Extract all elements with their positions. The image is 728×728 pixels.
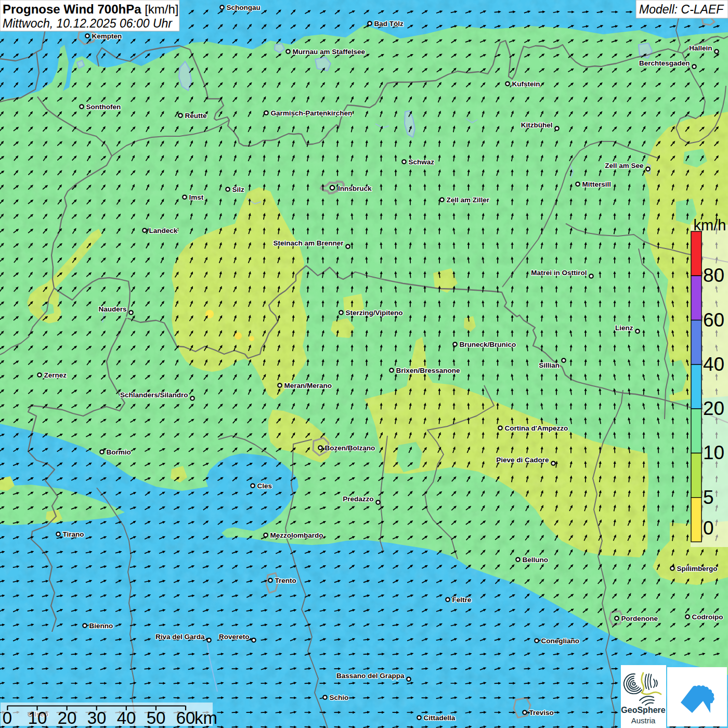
- svg-text:80: 80: [703, 265, 724, 286]
- svg-text:Mittersill: Mittersill: [582, 180, 612, 188]
- svg-text:Pieve di Cadore: Pieve di Cadore: [496, 456, 549, 464]
- svg-text:Landeck: Landeck: [149, 227, 178, 235]
- svg-text:Lienz: Lienz: [615, 324, 633, 332]
- svg-text:Silz: Silz: [232, 186, 245, 193]
- svg-text:Innsbruck: Innsbruck: [338, 185, 372, 192]
- svg-text:Imst: Imst: [189, 193, 204, 201]
- svg-text:Schio: Schio: [330, 694, 349, 701]
- svg-text:20: 20: [58, 708, 77, 727]
- svg-text:Austria: Austria: [631, 716, 656, 725]
- svg-text:Zell am Ziller: Zell am Ziller: [447, 196, 490, 204]
- svg-text:GeoSphere: GeoSphere: [621, 706, 665, 714]
- svg-text:Sonthofen: Sonthofen: [86, 103, 121, 111]
- svg-text:Schlanders/Silandro: Schlanders/Silandro: [120, 391, 188, 399]
- svg-text:Modell: C-LAEF: Modell: C-LAEF: [639, 3, 724, 16]
- svg-text:10: 10: [28, 708, 47, 727]
- svg-text:40: 40: [703, 354, 724, 375]
- svg-text:Cittadella: Cittadella: [424, 714, 456, 722]
- svg-text:Cortina d'Ampezzo: Cortina d'Ampezzo: [505, 424, 568, 432]
- svg-text:Schwaz: Schwaz: [409, 158, 435, 166]
- svg-text:Conegliano: Conegliano: [541, 637, 580, 645]
- svg-text:km: km: [194, 708, 217, 727]
- svg-text:Bad Tölz: Bad Tölz: [374, 20, 404, 28]
- svg-text:40: 40: [117, 708, 136, 727]
- svg-text:Kitzbühel: Kitzbühel: [521, 121, 553, 129]
- svg-text:Schongau: Schongau: [227, 4, 261, 11]
- svg-text:Garmisch-Partenkirchen: Garmisch-Partenkirchen: [271, 109, 353, 117]
- svg-text:Predazzo: Predazzo: [343, 495, 373, 503]
- svg-text:Murnau am Staffelsee: Murnau am Staffelsee: [293, 48, 366, 56]
- svg-text:50: 50: [147, 708, 166, 727]
- svg-text:60: 60: [703, 309, 724, 331]
- svg-text:Belluno: Belluno: [523, 556, 549, 564]
- svg-text:Feltre: Feltre: [452, 596, 472, 604]
- svg-text:Bormio: Bormio: [107, 448, 131, 456]
- svg-text:Codroipo: Codroipo: [692, 613, 723, 621]
- svg-text:5: 5: [703, 487, 714, 508]
- svg-text:Hallein: Hallein: [689, 44, 712, 52]
- svg-text:Berchtesgaden: Berchtesgaden: [639, 59, 690, 67]
- svg-text:60: 60: [176, 708, 196, 727]
- svg-text:Mittwoch, 10.12.2025 06:00 Uhr: Mittwoch, 10.12.2025 06:00 Uhr: [3, 17, 173, 30]
- svg-text:Kufstein: Kufstein: [512, 80, 540, 88]
- svg-text:Pordenone: Pordenone: [621, 615, 658, 622]
- svg-text:Zell am See: Zell am See: [605, 162, 644, 170]
- svg-text:Steinach am Brenner: Steinach am Brenner: [273, 239, 344, 247]
- svg-text:Bassano del Grappa: Bassano del Grappa: [336, 672, 405, 680]
- svg-text:Matrei in Osttirol: Matrei in Osttirol: [531, 269, 587, 277]
- svg-text:10: 10: [703, 442, 724, 463]
- svg-text:Cles: Cles: [257, 482, 272, 490]
- svg-text:Bienno: Bienno: [89, 622, 113, 630]
- svg-text:Sterzing/Vipiteno: Sterzing/Vipiteno: [346, 309, 403, 317]
- svg-text:Spilimbergo: Spilimbergo: [677, 565, 718, 573]
- svg-text:20: 20: [703, 398, 724, 419]
- svg-text:Rovereto: Rovereto: [219, 633, 250, 641]
- svg-text:Riva del Garda: Riva del Garda: [155, 633, 205, 641]
- svg-text:Brixen/Bressanone: Brixen/Bressanone: [396, 367, 461, 374]
- svg-text:Bruneck/Brunico: Bruneck/Brunico: [460, 341, 516, 348]
- svg-text:30: 30: [87, 708, 107, 727]
- svg-text:0: 0: [3, 708, 12, 727]
- svg-text:Kempten: Kempten: [92, 32, 122, 40]
- svg-text:Bozen/Bolzano: Bozen/Bolzano: [325, 444, 375, 452]
- svg-text:Tirano: Tirano: [63, 530, 84, 538]
- svg-text:Prognose Wind 700hPa [km/h]: Prognose Wind 700hPa [km/h]: [3, 2, 179, 16]
- svg-text:Nauders: Nauders: [98, 305, 126, 313]
- svg-text:Treviso: Treviso: [529, 709, 554, 717]
- svg-text:Zernez: Zernez: [44, 371, 67, 379]
- svg-text:Reutte: Reutte: [185, 112, 207, 120]
- svg-text:0: 0: [703, 517, 714, 539]
- svg-text:Trento: Trento: [275, 577, 296, 584]
- svg-text:km/h: km/h: [694, 217, 726, 233]
- svg-text:Mezzolombardo: Mezzolombardo: [270, 531, 323, 539]
- svg-text:Sillian: Sillian: [539, 361, 560, 369]
- svg-text:Meran/Merano: Meran/Merano: [284, 382, 332, 389]
